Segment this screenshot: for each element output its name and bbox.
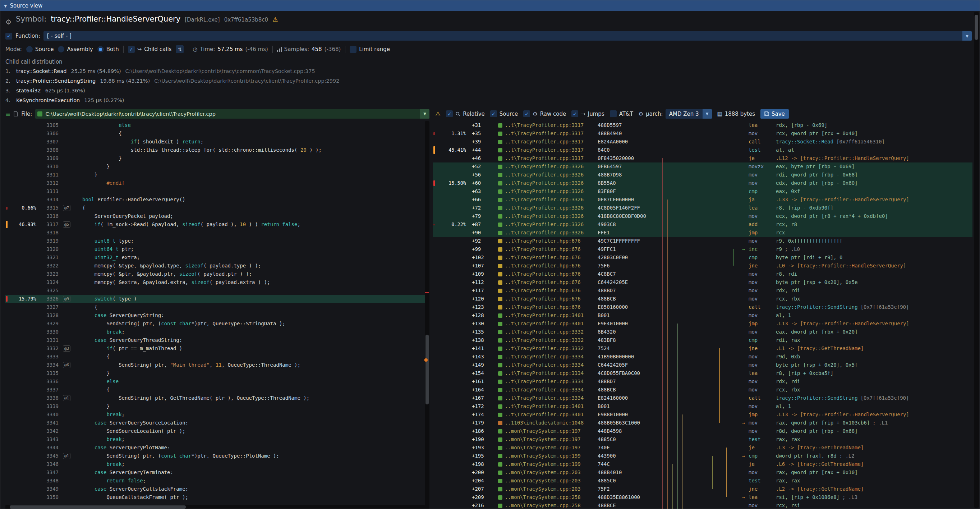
- source-line[interactable]: 3308std::this_thread::sleep_for( std::ch…: [5, 146, 425, 154]
- scrollbar-thumb[interactable]: [425, 335, 429, 404]
- asm-row[interactable]: +207..mon\TracySystem.cpp:20375F2jne.L2 …: [433, 485, 972, 493]
- limit-range-toggle[interactable]: Limit range: [350, 46, 390, 53]
- asm-source-location[interactable]: ..t\TracyProfiler.hpp:676: [505, 303, 598, 311]
- source-line[interactable]: 3313: [5, 187, 425, 196]
- asm-row[interactable]: +112..t\TracyProfiler.hpp:676C64424205Em…: [433, 278, 972, 286]
- source-line[interactable]: 3344case ServerQueryPlotName:: [5, 444, 425, 452]
- asm-source-location[interactable]: ..t\TracyProfiler.cpp:3317: [505, 129, 598, 138]
- line-number[interactable]: 3324: [39, 278, 63, 286]
- asm-source-location[interactable]: ..mon\TracySystem.cpp:197: [505, 435, 598, 444]
- child-call-item[interactable]: 2. tracy::Profiler::SendLongString 19.88…: [5, 76, 975, 86]
- jump-target[interactable]: .L1 -> [tracy::GetThreadName]: [776, 345, 864, 351]
- asm-row[interactable]: +52..t\TracyProfiler.cpp:33260FB64597mov…: [433, 162, 972, 171]
- source-line[interactable]: 3311}: [5, 171, 425, 179]
- source-line[interactable]: 3316ServerQueryPacket payload;: [5, 212, 425, 220]
- jump-target[interactable]: .L6 -> [tracy::GetThreadName]: [776, 461, 864, 467]
- asm-source-location[interactable]: ..t\TracyProfiler.hpp:676: [505, 270, 598, 278]
- source-line[interactable]: 3312#endif: [5, 179, 425, 187]
- source-vertical-scrollbar[interactable]: [425, 121, 430, 509]
- asm-source-location[interactable]: ..t\TracyProfiler.hpp:676: [505, 262, 598, 270]
- chevron-down-icon[interactable]: ▼: [703, 109, 712, 119]
- asm-source-location[interactable]: ..1103\include\atomic:1048: [505, 419, 598, 427]
- asm-row[interactable]: +130..t\TracyProfiler.cpp:3401E9E4010000…: [433, 320, 972, 328]
- asm-source-location[interactable]: ..t\TracyProfiler.cpp:3332: [505, 344, 598, 353]
- source-horizontal-scrollbar[interactable]: [5, 505, 425, 509]
- asm-row[interactable]: +209..mon\TracySystem.cpp:258488D35E8861…: [433, 493, 972, 501]
- line-number[interactable]: 3322: [39, 262, 63, 270]
- asm-source-location[interactable]: ..mon\TracySystem.cpp:203: [505, 485, 598, 493]
- asm-source-location[interactable]: ..t\TracyProfiler.hpp:676: [505, 295, 598, 303]
- asm-row[interactable]: +198..mon\TracySystem.cpp:199744Cje.L6 -…: [433, 460, 972, 468]
- source-line[interactable]: 3347case ServerQueryTerminate:: [5, 468, 425, 477]
- asm-source-location[interactable]: ..mon\TracySystem.cpp:258: [505, 501, 598, 509]
- scrollbar-thumb[interactable]: [10, 506, 186, 509]
- line-number[interactable]: 3335: [39, 369, 63, 377]
- asm-source-location[interactable]: ..t\TracyProfiler.cpp:3334: [505, 369, 598, 377]
- line-number[interactable]: 3336: [39, 377, 63, 386]
- asm-row[interactable]: +138..t\TracyProfiler.cpp:3332483BF8cmpr…: [433, 336, 972, 344]
- jump-target[interactable]: .L2 -> [tracy::GetThreadName]: [776, 486, 864, 492]
- line-number[interactable]: 3337: [39, 386, 63, 394]
- source-line[interactable]: 3337{: [5, 386, 425, 394]
- asm-row[interactable]: +179..1103\include\atomic:1048488B05B63C…: [433, 419, 972, 427]
- source-line[interactable]: 3343break;: [5, 435, 425, 444]
- asm-source-location[interactable]: ..t\TracyProfiler.cpp:3334: [505, 353, 598, 361]
- asm-row[interactable]: +63..t\TracyProfiler.cpp:332683F80Fcmpea…: [433, 187, 972, 196]
- source-line[interactable]: 3338@1SendString( ptr, GetThreadName( pt…: [5, 394, 425, 402]
- jump-target[interactable]: .L3 -> [tracy::GetThreadName]: [776, 445, 864, 450]
- asm-row[interactable]: +31..t\TracyProfiler.cpp:3317488D5597lea…: [433, 121, 972, 129]
- source-line[interactable]: 3306{: [5, 129, 425, 138]
- line-number[interactable]: 3318: [39, 229, 63, 237]
- asm-row[interactable]: +193..mon\TracySystem.cpp:197740Eje.L3 -…: [433, 444, 972, 452]
- asm-source-location[interactable]: ..t\TracyProfiler.cpp:3326: [505, 229, 598, 237]
- asm-source-location[interactable]: ..mon\TracySystem.cpp:199: [505, 460, 598, 468]
- line-number[interactable]: 3345: [39, 452, 63, 460]
- child-calls-toggle[interactable]: ✓ ↪ Child calls: [128, 46, 172, 53]
- asm-source-location[interactable]: ..t\TracyProfiler.hpp:676: [505, 278, 598, 286]
- source-line[interactable]: 3309}: [5, 154, 425, 162]
- source-line[interactable]: 3335}: [5, 369, 425, 377]
- asm-source-location[interactable]: ..t\TracyProfiler.cpp:3334: [505, 377, 598, 386]
- chevron-down-icon[interactable]: ▼: [963, 31, 972, 41]
- asm-row[interactable]: 15.50%+60..t\TracyProfiler.cpp:33268B55A…: [433, 179, 972, 187]
- source-line[interactable]: 3348return false;: [5, 477, 425, 485]
- jumps-checkbox[interactable]: ✓: [571, 110, 578, 117]
- source-line[interactable]: 3329SendString( ptr, (const char*)ptr, Q…: [5, 320, 425, 328]
- line-number[interactable]: 3331: [39, 336, 63, 344]
- line-number[interactable]: 3350: [39, 493, 63, 501]
- line-number[interactable]: 3344: [39, 444, 63, 452]
- asm-source-location[interactable]: ..t\TracyProfiler.hpp:676: [505, 286, 598, 295]
- line-number[interactable]: 3340: [39, 410, 63, 419]
- asm-source-location[interactable]: ..t\TracyProfiler.cpp:3317: [505, 138, 598, 146]
- function-checkbox[interactable]: ✓: [5, 33, 12, 40]
- att-toggle[interactable]: AT&T: [610, 110, 633, 117]
- jump-target[interactable]: .L12 -> [tracy::Profiler::HandleServerQu…: [776, 155, 909, 161]
- asm-source-location[interactable]: ..t\TracyProfiler.hpp:676: [505, 237, 598, 245]
- line-number[interactable]: 3348: [39, 477, 63, 485]
- source-line[interactable]: 3328case ServerQueryString:: [5, 311, 425, 320]
- source-line[interactable]: 3341case ServerQuerySourceLocation:: [5, 419, 425, 427]
- source-line[interactable]: 3330break;: [5, 328, 425, 336]
- jump-target[interactable]: .L0 -> [tracy::Profiler::HandleServerQue…: [776, 263, 906, 269]
- jump-target[interactable]: tracy::Socket::Read: [776, 139, 834, 145]
- asm-row[interactable]: +66..t\TracyProfiler.cpp:33260F87CE06000…: [433, 196, 972, 204]
- asm-row[interactable]: +120..t\TracyProfiler.hpp:676488BCBmovrc…: [433, 295, 972, 303]
- jumps-toggle[interactable]: ✓ → Jumps: [571, 110, 604, 117]
- source-line[interactable]: 3319uint8_t type;: [5, 237, 425, 245]
- jump-target[interactable]: tracy::Profiler::SendString: [776, 304, 858, 310]
- source-line[interactable]: 3321uint32_t extra;: [5, 253, 425, 262]
- asm-source-location[interactable]: ..t\TracyProfiler.cpp:3401: [505, 402, 598, 410]
- file-combo[interactable]: C:\Users\wolf\Desktop\darkrl\contrib\tra…: [35, 109, 430, 119]
- asm-source-location[interactable]: ..t\TracyProfiler.cpp:3317: [505, 121, 598, 129]
- asm-source-location[interactable]: ..mon\TracySystem.cpp:203: [505, 477, 598, 485]
- source-line[interactable]: 3305else: [5, 121, 425, 129]
- source-line[interactable]: 3307if( shouldExit ) return;: [5, 138, 425, 146]
- asm-row[interactable]: +161..t\TracyProfiler.cpp:3334488BD7movr…: [433, 377, 972, 386]
- asm-row[interactable]: +72..t\TracyProfiler.cpp:33264C8D05F146F…: [433, 204, 972, 212]
- asm-row[interactable]: +190..mon\TracySystem.cpp:1974885C0testr…: [433, 435, 972, 444]
- mode-option-assembly[interactable]: Assembly: [58, 46, 93, 52]
- line-number[interactable]: 3334: [39, 361, 63, 369]
- line-number[interactable]: 3313: [39, 187, 63, 196]
- asm-source-location[interactable]: ..mon\TracySystem.cpp:203: [505, 468, 598, 477]
- source-line[interactable]: 3339}: [5, 402, 425, 410]
